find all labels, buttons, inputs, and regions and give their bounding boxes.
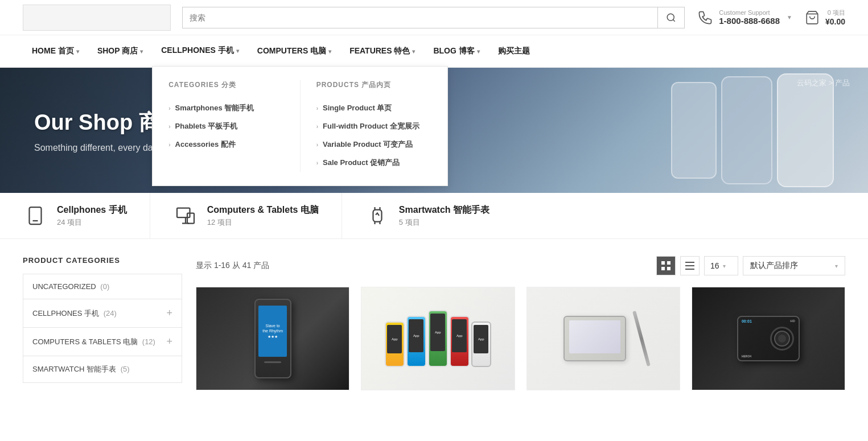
main-nav: HOME 首页 ▾ SHOP 商店 ▾ CELLPHONES 手机 ▾ CATE… — [0, 35, 868, 68]
nav-item-computers[interactable]: COMPUTERS 电脑 ▾ — [248, 35, 340, 67]
chevron-down-icon: ▾ — [236, 48, 239, 54]
hero-title: Our Shop 商 — [34, 108, 161, 137]
svg-rect-19 — [685, 262, 694, 263]
chevron-down-icon: ▾ — [477, 48, 480, 55]
cart-items: 0 项目 — [828, 9, 845, 17]
chevron-down-icon: ▾ — [835, 263, 838, 269]
nav-item-home[interactable]: HOME 首页 ▾ — [23, 35, 88, 67]
cellphones-dropdown: CATEGORIES 分类 › Smartphones 智能手机 › Phabl… — [152, 66, 448, 186]
category-item-smartwatch[interactable]: Smartwatch 智能手表 5 项目 — [342, 193, 512, 238]
nav-item-features[interactable]: FEATURES 特色 ▾ — [340, 35, 424, 67]
dropdown-products-col: PRODUCTS 产品内页 › Single Product 单页 › Full… — [300, 80, 448, 172]
cellphone-icon — [23, 203, 48, 228]
nav-item-shop[interactable]: SHOP 商店 ▾ — [88, 35, 152, 67]
dropdown-prod-item-1[interactable]: › Single Product 单页 — [316, 99, 432, 117]
expand-icon[interactable]: + — [166, 307, 172, 319]
chevron-right-icon: › — [168, 123, 170, 130]
chevron-down-icon: ▾ — [76, 48, 79, 55]
breadcrumb: 云码之家 > 产品 — [797, 78, 850, 88]
product-grid: Slave tothe Rhythm★★★ App App — [196, 287, 845, 390]
grid-view-button[interactable] — [656, 256, 676, 275]
svg-point-0 — [668, 14, 674, 20]
chevron-down-icon: ▾ — [328, 48, 331, 55]
svg-rect-15 — [661, 261, 665, 265]
support-dropdown-arrow[interactable]: ▼ — [787, 14, 792, 20]
dropdown-prod-item-4[interactable]: › Sale Product 促销产品 — [316, 154, 432, 172]
products-area: 显示 1-16 从 41 产品 16 ▾ 默认产品排序 ▾ — [196, 256, 845, 390]
header-logo — [23, 5, 171, 31]
chevron-right-icon: › — [168, 105, 170, 112]
list-icon — [685, 261, 694, 270]
products-count: 显示 1-16 从 41 产品 — [196, 261, 269, 271]
sidebar: PRODUCT CATEGORIES UNCATEGORIZED (0) CEL… — [23, 256, 182, 390]
sidebar-title: PRODUCT CATEGORIES — [23, 256, 182, 265]
dropdown-categories-col: CATEGORIES 分类 › Smartphones 智能手机 › Phabl… — [153, 80, 300, 172]
chevron-down-icon: ▾ — [140, 48, 143, 55]
category-info-computers: Computers & Tablets 电脑 12 项目 — [207, 204, 319, 228]
category-info-smartwatch: Smartwatch 智能手表 5 项目 — [399, 204, 489, 228]
customer-support: Customer Support 1-800-888-6688 ▼ — [696, 9, 792, 27]
sidebar-cat-computers[interactable]: COMPUTERS & TABLETS 电脑 (12) + — [23, 328, 182, 356]
products-toolbar: 显示 1-16 从 41 产品 16 ▾ 默认产品排序 ▾ — [196, 256, 845, 275]
hero-subtitle: Something different, every day. — [34, 143, 161, 153]
category-info-cellphones: Cellphones 手机 24 项目 — [57, 204, 127, 228]
product-card[interactable]: Slave tothe Rhythm★★★ — [196, 287, 349, 390]
cart-total: ¥0.00 — [825, 17, 845, 26]
dropdown-cat-item-1[interactable]: › Smartphones 智能手机 — [168, 99, 284, 117]
svg-rect-20 — [685, 265, 694, 266]
category-item-computers[interactable]: Computers & Tablets 电脑 12 项目 — [150, 193, 342, 238]
expand-icon[interactable]: + — [166, 336, 172, 348]
dropdown-cat-item-2[interactable]: › Phablets 平板手机 — [168, 117, 284, 135]
computer-icon — [173, 203, 198, 228]
nav-item-buy[interactable]: 购买主题 — [489, 35, 539, 67]
dropdown-prod-item-3[interactable]: › Variable Product 可变产品 — [316, 135, 432, 154]
nav-item-blog[interactable]: BLOG 博客 ▾ — [424, 35, 488, 67]
product-image: 00:01 HD HERO4 — [692, 287, 845, 390]
category-bar: Cellphones 手机 24 项目 Computers & Tablets … — [0, 193, 868, 239]
sidebar-category-list: UNCATEGORIZED (0) CELLPHONES 手机 (24) + C… — [23, 274, 182, 383]
dropdown-cat-item-3[interactable]: › Accessories 配件 — [168, 135, 284, 154]
svg-rect-21 — [685, 269, 694, 270]
list-view-button[interactable] — [680, 256, 700, 275]
chevron-right-icon: › — [316, 142, 318, 148]
chevron-down-icon: ▾ — [412, 48, 415, 55]
search-bar — [182, 7, 685, 28]
support-icon — [696, 9, 714, 27]
search-input[interactable] — [183, 13, 657, 22]
svg-rect-17 — [661, 267, 665, 270]
per-page-select[interactable]: 16 ▾ — [704, 256, 738, 275]
svg-rect-9 — [187, 213, 194, 224]
svg-rect-16 — [667, 261, 670, 265]
dropdown-products-title: PRODUCTS 产品内页 — [316, 80, 432, 90]
search-icon — [666, 13, 676, 23]
svg-rect-10 — [373, 210, 381, 222]
support-phone: 1-800-888-6688 — [719, 16, 780, 26]
product-card[interactable] — [526, 287, 680, 390]
product-image: App App App App App — [361, 287, 514, 390]
support-label: Customer Support — [719, 9, 780, 16]
nav-item-cellphones[interactable]: CELLPHONES 手机 ▾ CATEGORIES 分类 › Smartpho… — [152, 35, 248, 67]
product-image: Slave tothe Rhythm★★★ — [196, 287, 349, 390]
dropdown-categories-title: CATEGORIES 分类 — [168, 80, 284, 90]
search-button[interactable] — [657, 7, 684, 28]
sort-select[interactable]: 默认产品排序 ▾ — [743, 256, 845, 275]
grid-icon — [661, 261, 670, 270]
cart-icon — [804, 10, 821, 26]
category-item-cellphones[interactable]: Cellphones 手机 24 项目 — [23, 193, 150, 238]
dropdown-prod-item-2[interactable]: › Full-width Product 全宽展示 — [316, 117, 432, 135]
chevron-right-icon: › — [316, 105, 318, 112]
sidebar-cat-smartwatch[interactable]: SMARTWATCH 智能手表 (5) — [23, 356, 182, 382]
chevron-right-icon: › — [168, 142, 170, 148]
svg-rect-3 — [30, 207, 42, 224]
cart[interactable]: 0 项目 ¥0.00 — [804, 9, 845, 26]
smartwatch-icon — [365, 203, 390, 228]
svg-rect-18 — [667, 267, 670, 270]
product-card[interactable]: App App App App App — [361, 287, 515, 390]
product-card[interactable]: 00:01 HD HERO4 — [692, 287, 845, 390]
svg-line-1 — [673, 19, 675, 21]
product-image — [527, 287, 680, 390]
sidebar-cat-uncategorized[interactable]: UNCATEGORIZED (0) — [23, 274, 182, 299]
chevron-right-icon: › — [316, 160, 318, 166]
sidebar-cat-cellphones[interactable]: CELLPHONES 手机 (24) + — [23, 299, 182, 328]
chevron-down-icon: ▾ — [723, 263, 726, 269]
